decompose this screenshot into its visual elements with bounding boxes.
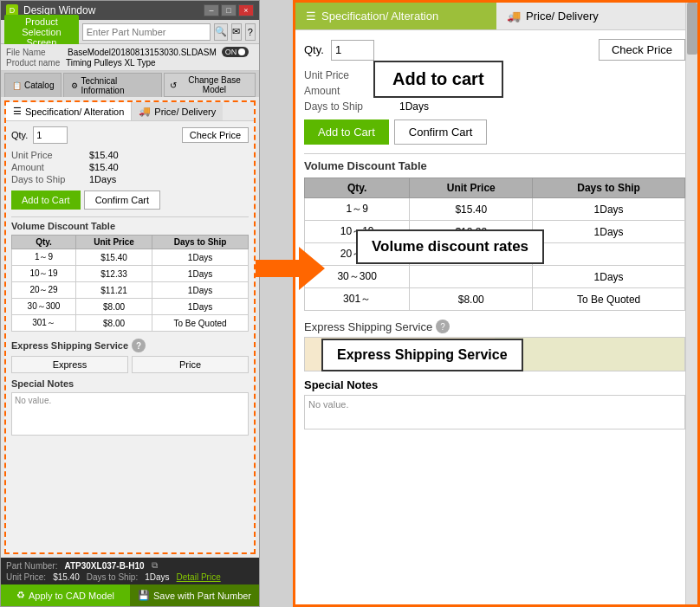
zoom-special-title: Special Notes bbox=[304, 378, 685, 391]
express-help-icon[interactable]: ? bbox=[132, 339, 146, 352]
zoom-qty-label: Qty. bbox=[304, 43, 324, 56]
days-label: Days to Ship bbox=[11, 174, 89, 184]
email-button[interactable]: ✉ bbox=[231, 23, 242, 41]
detail-price-link[interactable]: Detail Price bbox=[177, 572, 221, 582]
zoom-spec-tab[interactable]: ☰ Specification/ Alteration bbox=[295, 3, 496, 29]
vol-header-price: Unit Price bbox=[76, 236, 152, 249]
table-row: 20～29$11.211Days bbox=[12, 282, 249, 299]
add-to-cart-tooltip: Add to cart bbox=[373, 61, 503, 98]
days-row: Days to Ship 1Days bbox=[11, 173, 249, 185]
scroll-thumb[interactable] bbox=[687, 3, 697, 55]
help-button[interactable]: ? bbox=[245, 23, 256, 41]
apply-cad-icon: ♻ bbox=[16, 590, 25, 601]
zoom-price-tab[interactable]: 🚚 Price/ Delivery bbox=[496, 3, 697, 29]
vol-table-section: Qty. Unit Price Days to Ship 1～9$15.401D… bbox=[304, 178, 685, 311]
action-buttons: ♻ Apply to CAD Model 💾 Save with Part Nu… bbox=[1, 584, 259, 606]
volume-table: Qty. Unit Price Days to Ship 1～9$15.401D… bbox=[11, 235, 249, 332]
technical-icon: ⚙ bbox=[71, 81, 78, 90]
zoom-express-section: Express Shipping Service ? Express Shipp… bbox=[304, 320, 685, 371]
tab-technical[interactable]: ⚙ Technical Information bbox=[63, 73, 162, 97]
catalog-icon: 📋 bbox=[12, 81, 22, 90]
copy-icon[interactable]: ⧉ bbox=[152, 560, 158, 571]
unit-price-row: Unit Price $15.40 bbox=[11, 149, 249, 161]
zoom-confirm-button[interactable]: Confirm Cart bbox=[394, 119, 488, 145]
zoom-days-value: 1Days bbox=[399, 100, 429, 113]
zoom-info-grid: Unit Price $15.40 Amount Add to cart Day… bbox=[304, 68, 685, 114]
vol-header-qty: Qty. bbox=[12, 236, 76, 249]
spec-tab-icon: ☰ bbox=[13, 106, 22, 117]
qty-input[interactable] bbox=[33, 126, 68, 144]
tab-catalog-label: Catalog bbox=[24, 81, 54, 90]
unit-price-value: $15.40 bbox=[89, 150, 119, 160]
bottom-bar: Part Number: ATP30XL037-B-H10 ⧉ Unit Pri… bbox=[1, 558, 259, 584]
days-value: 1Days bbox=[89, 174, 116, 184]
save-part-icon: 💾 bbox=[138, 590, 150, 601]
file-info: File Name BaseModel20180813153030.SLDASM… bbox=[1, 44, 259, 71]
info-grid: Unit Price $15.40 Amount $15.40 Days to … bbox=[11, 149, 249, 185]
unit-price-pd-label: Unit Price: bbox=[6, 572, 46, 582]
spec-panel: ☰ Specification/ Alteration 🚚 Price/ Del… bbox=[4, 100, 256, 554]
file-name-label: File Name bbox=[6, 48, 62, 57]
zoom-cart-row: Add to Cart Confirm Cart bbox=[304, 119, 685, 145]
close-button[interactable]: × bbox=[238, 4, 254, 16]
toolbar: Product Selection Screen 🔍 ✉ ? bbox=[1, 20, 259, 44]
zoom-amount-row: Amount Add to cart bbox=[304, 83, 685, 99]
zoom-truck-icon: 🚚 bbox=[507, 10, 521, 23]
express-title: Express Shipping Service bbox=[11, 340, 128, 351]
table-row: 301～$8.00To Be Quoted bbox=[305, 288, 685, 311]
change-model-icon: ↺ bbox=[170, 81, 177, 90]
design-window: D Design Window – □ × Product Selection … bbox=[0, 0, 260, 607]
amount-value: $15.40 bbox=[89, 162, 119, 172]
product-name-value: Timing Pulleys XL Type bbox=[66, 58, 156, 68]
days-pd-value: 1Days bbox=[145, 572, 169, 582]
table-row: 30～300$8.001Days bbox=[12, 299, 249, 315]
zoom-days-label: Days to Ship bbox=[304, 100, 399, 113]
change-model-button[interactable]: ↺ Change Base Model bbox=[164, 73, 256, 97]
express-right-cell bbox=[495, 338, 684, 371]
zoom-vol-h-price: Unit Price bbox=[410, 178, 533, 198]
zoom-spec-label: Specification/ Alteration bbox=[321, 10, 438, 23]
apply-cad-button[interactable]: ♻ Apply to CAD Model bbox=[1, 584, 130, 606]
part-number-input[interactable] bbox=[82, 23, 211, 41]
days-pd-label: Days to Ship: bbox=[87, 572, 138, 582]
zoom-special-notes: Special Notes No value. bbox=[304, 378, 685, 429]
add-to-cart-button[interactable]: Add to Cart bbox=[11, 190, 81, 210]
check-price-button[interactable]: Check Price bbox=[182, 127, 249, 143]
qty-row: Qty. Check Price bbox=[11, 126, 249, 144]
nav-tabs: 📋 Catalog ⚙ Technical Information ↺ Chan… bbox=[1, 71, 259, 97]
price-button[interactable]: Price bbox=[132, 356, 249, 373]
spec-header: ☰ Specification/ Alteration 🚚 Price/ Del… bbox=[6, 102, 254, 121]
info-section: Unit Price $15.40 Amount Add to cart Day… bbox=[304, 68, 685, 114]
spec-alteration-tab[interactable]: ☰ Specification/ Alteration bbox=[6, 102, 132, 120]
scrollbar[interactable] bbox=[685, 3, 697, 604]
zoom-panel: ☰ Specification/ Alteration 🚚 Price/ Del… bbox=[293, 0, 700, 607]
zoom-vol-h-qty: Qty. bbox=[305, 178, 410, 198]
toggle-on[interactable]: ON bbox=[222, 47, 250, 57]
zoom-spec-icon: ☰ bbox=[306, 10, 316, 23]
amount-label: Amount bbox=[11, 162, 89, 172]
tab-catalog[interactable]: 📋 Catalog bbox=[4, 73, 62, 97]
express-button[interactable]: Express bbox=[11, 356, 128, 373]
product-name-label: Product name bbox=[6, 58, 62, 68]
amount-row: Amount $15.40 bbox=[11, 161, 249, 173]
part-num-value: ATP30XL037-B-H10 bbox=[64, 561, 144, 571]
price-tab-label: Price/ Delivery bbox=[154, 107, 216, 117]
zoom-qty-input[interactable] bbox=[331, 40, 374, 61]
zoom-help-icon[interactable]: ? bbox=[436, 320, 450, 333]
zoom-add-cart-button[interactable]: Add to Cart bbox=[304, 119, 389, 145]
zoom-header: ☰ Specification/ Alteration 🚚 Price/ Del… bbox=[295, 3, 697, 30]
confirm-cart-button[interactable]: Confirm Cart bbox=[84, 190, 160, 210]
minimize-button[interactable]: – bbox=[204, 4, 219, 16]
zoom-content: Qty. Check Price Unit Price $15.40 Amoun… bbox=[295, 30, 697, 604]
zoom-days-row: Days to Ship 1Days bbox=[304, 99, 685, 114]
maximize-button[interactable]: □ bbox=[221, 4, 237, 16]
table-row: 10～19$12.331Days bbox=[12, 266, 249, 282]
tab-technical-label: Technical Information bbox=[81, 76, 154, 95]
search-button[interactable]: 🔍 bbox=[214, 23, 228, 41]
zoom-check-price-button[interactable]: Check Price bbox=[599, 39, 685, 61]
table-row: 1～9$15.401Days bbox=[12, 249, 249, 266]
price-delivery-tab[interactable]: 🚚 Price/ Delivery bbox=[132, 102, 223, 120]
zoom-express-title: Express Shipping Service ? bbox=[304, 320, 685, 333]
qty-label: Qty. bbox=[11, 130, 28, 140]
save-part-button[interactable]: 💾 Save with Part Number bbox=[130, 584, 259, 606]
